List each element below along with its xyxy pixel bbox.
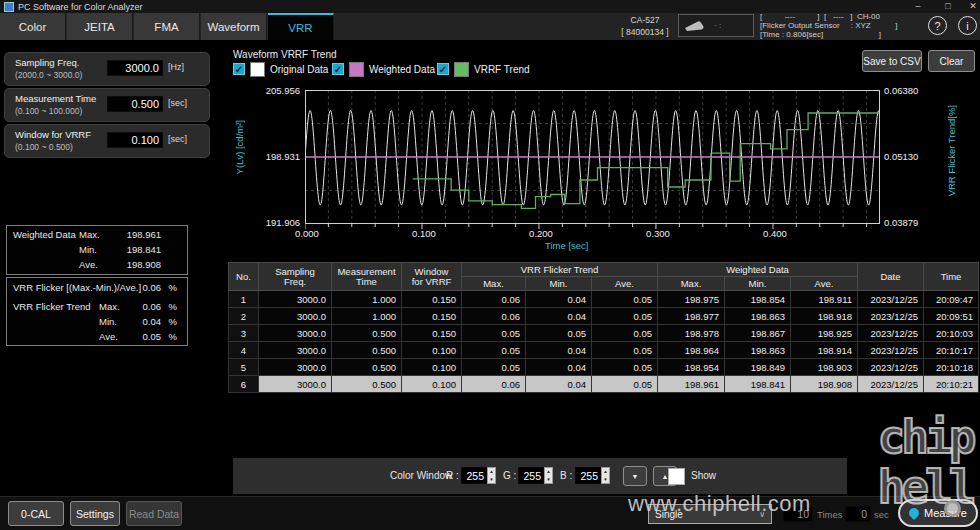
tab-jeita[interactable]: JEITA — [67, 13, 133, 40]
original-data-swatch — [250, 62, 265, 77]
table-row[interactable]: 33000.00.5000.1500.050.050.05198.978198.… — [229, 325, 979, 342]
original-data-checkbox[interactable]: ✓ — [233, 63, 245, 75]
waveform-plot — [305, 90, 880, 230]
table-cell: 198.867 — [725, 325, 791, 342]
table-cell: 6 — [229, 376, 259, 393]
yaxis-right-tick-bottom: 0.03879 — [884, 217, 918, 228]
table-cell: 0.100 — [402, 342, 462, 359]
times-input[interactable] — [783, 506, 813, 522]
vrrf-trend-checkbox[interactable]: ✓ — [437, 63, 449, 75]
table-cell: 0.500 — [332, 376, 402, 393]
device-model: CA-527 [ 84000134 ] — [616, 14, 674, 38]
table-cell: 1 — [229, 291, 259, 308]
table-cell: 20:10:21 — [924, 376, 979, 393]
vrr-flicker-panel: VRR Flicker [(Max.-Min.)/Ave.] 0.06 % VR… — [6, 277, 188, 346]
table-cell: 2023/12/25 — [858, 359, 924, 376]
table-row[interactable]: 43000.00.5000.1000.050.040.05198.964198.… — [229, 342, 979, 359]
window-vrrf-input[interactable] — [107, 132, 163, 148]
table-row[interactable]: 13000.01.0000.1500.060.040.05198.975198.… — [229, 291, 979, 308]
table-cell: 3000.0 — [259, 376, 332, 393]
yaxis-right-title: VRR Flicker Trend[%] — [946, 105, 957, 196]
legend-original-data: ✓ Original Data — [233, 62, 328, 76]
table-cell: 0.06 — [462, 291, 526, 308]
window-vrrf-label: Window for VRRF (0.100 ~ 0.500) — [15, 129, 91, 153]
measurement-time-unit: [sec] — [168, 98, 187, 108]
vrr-trend-max-value: 0.06 — [143, 299, 162, 314]
settings-button[interactable]: Settings — [70, 501, 120, 526]
table-row[interactable]: 53000.00.5000.1000.050.040.05198.954198.… — [229, 359, 979, 376]
interval-label: sec — [874, 509, 889, 520]
show-color-checkbox[interactable] — [668, 468, 685, 485]
zero-cal-button[interactable]: 0-CAL — [8, 501, 64, 526]
red-input[interactable] — [461, 467, 487, 484]
table-cell: 0.500 — [332, 342, 402, 359]
col-measurement-time: Measurement Time — [332, 263, 402, 291]
table-row[interactable]: 23000.01.0000.1500.060.040.05198.977198.… — [229, 308, 979, 325]
table-cell: 198.911 — [791, 291, 858, 308]
tab-fma[interactable]: FMA — [134, 13, 200, 40]
info-button[interactable]: i — [958, 16, 977, 35]
table-cell: 2023/12/25 — [858, 342, 924, 359]
blue-input[interactable] — [575, 467, 601, 484]
save-to-csv-button[interactable]: Save to CSV — [862, 50, 922, 72]
device-model-name: CA-527 — [616, 14, 674, 26]
show-label: Show — [691, 470, 716, 481]
tab-waveform[interactable]: Waveform — [201, 13, 267, 40]
table-cell: 198.849 — [725, 359, 791, 376]
table-cell: 198.841 — [725, 376, 791, 393]
col-no: No. — [229, 263, 259, 291]
table-cell: 198.854 — [725, 291, 791, 308]
help-button[interactable]: ? — [928, 16, 947, 35]
table-cell: 0.06 — [462, 376, 526, 393]
table-cell: 3000.0 — [259, 308, 332, 325]
blue-stepper[interactable]: ▲▼ — [601, 467, 610, 484]
table-cell: 198.961 — [658, 376, 725, 393]
table-cell: 0.05 — [592, 359, 658, 376]
col-window-vrrf: Window for VRRF — [402, 263, 462, 291]
table-cell: 20:09:47 — [924, 291, 979, 308]
tab-color[interactable]: Color — [0, 13, 66, 40]
weighted-min-value: 198.841 — [127, 242, 161, 257]
measurement-time-input[interactable] — [107, 96, 163, 112]
sensor-status-text: [ ---- ] [ ---- ] CH-00 [Flicker Output … — [760, 12, 930, 39]
table-row[interactable]: 63000.00.5000.1000.060.040.05198.961198.… — [229, 376, 979, 393]
table-cell: 2023/12/25 — [858, 325, 924, 342]
results-table-body: 13000.01.0000.1500.060.040.05198.975198.… — [229, 291, 979, 393]
table-cell: 0.05 — [462, 325, 526, 342]
sampling-freq-input[interactable] — [107, 60, 163, 76]
device-serial: [ 84000134 ] — [616, 26, 674, 38]
read-data-button[interactable]: Read Data — [126, 501, 182, 526]
measure-button[interactable]: Measure — [898, 499, 978, 527]
table-cell: 0.100 — [402, 359, 462, 376]
table-cell: 0.500 — [332, 359, 402, 376]
results-table: No. Sampling Freq. Measurement Time Wind… — [228, 262, 979, 393]
green-input[interactable] — [518, 467, 544, 484]
table-cell: 198.964 — [658, 342, 725, 359]
sampling-freq-panel: Sampling Freq. (2000.0 ~ 3000.0) [Hz] — [4, 52, 210, 86]
table-cell: 2023/12/25 — [858, 291, 924, 308]
green-stepper[interactable]: ▲▼ — [544, 467, 553, 484]
col-date: Date — [858, 263, 924, 291]
measure-mode-select[interactable]: Single ∨ — [648, 504, 772, 524]
table-cell: 198.908 — [791, 376, 858, 393]
table-cell: 0.05 — [526, 325, 592, 342]
table-cell: 198.925 — [791, 325, 858, 342]
window-vrrf-panel: Window for VRRF (0.100 ~ 0.500) [sec] — [4, 124, 210, 158]
table-cell: 198.903 — [791, 359, 858, 376]
clear-button[interactable]: Clear — [928, 50, 975, 72]
sampling-freq-label: Sampling Freq. (2000.0 ~ 3000.0) — [15, 57, 82, 81]
table-cell: 0.06 — [462, 308, 526, 325]
col-flicker-ave: Ave. — [592, 277, 658, 291]
table-cell: 3000.0 — [259, 291, 332, 308]
decrease-button[interactable]: ▼ — [623, 466, 647, 486]
table-cell: 0.04 — [526, 376, 592, 393]
close-button[interactable]: ✕ — [963, 0, 980, 13]
color-window-label: Color Window — [390, 470, 452, 481]
weighted-data-checkbox[interactable]: ✓ — [332, 63, 344, 75]
tab-vrr[interactable]: VRR — [268, 13, 334, 40]
maximize-button[interactable]: □ — [938, 0, 958, 13]
interval-input[interactable] — [845, 506, 871, 522]
weighted-data-title: Weighted Data — [13, 227, 76, 242]
red-stepper[interactable]: ▲▼ — [487, 467, 496, 484]
color-window-bar: Color Window R : ▲▼ G : ▲▼ B : ▲▼ ▼ ▲ Sh… — [233, 458, 847, 494]
